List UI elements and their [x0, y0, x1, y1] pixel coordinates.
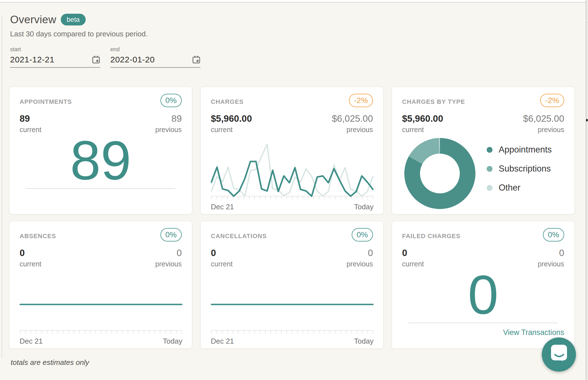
current-stat: 0 current — [211, 248, 233, 268]
previous-label: previous — [523, 126, 564, 134]
x-axis-end-label: Today — [354, 337, 374, 346]
previous-value: $6,025.00 — [523, 113, 564, 124]
legend-dot — [487, 166, 493, 172]
previous-label: previous — [155, 260, 182, 268]
big-total-value: 0 — [402, 272, 564, 318]
current-value: 0 — [402, 248, 424, 258]
end-date-value: 2022-01-20 — [110, 55, 155, 64]
end-date-field: end 2022-01-20 — [110, 46, 200, 68]
current-value: $5,960.00 — [402, 113, 443, 124]
current-label: current — [402, 126, 443, 134]
previous-value: 0 — [155, 248, 182, 258]
card-title: CHARGES BY TYPE — [402, 98, 465, 105]
previous-value: 0 — [347, 248, 373, 258]
x-axis-start-label: Dec 21 — [211, 337, 234, 346]
big-total-value: 89 — [20, 138, 182, 184]
page-title: Overview — [10, 13, 56, 26]
charges-line-chart — [211, 141, 374, 200]
page-subtitle: Last 30 days compared to previous period… — [10, 30, 148, 38]
card-absences: ABSENCES 0% 0 current 0 previous Dec 21 … — [9, 221, 192, 349]
current-stat: 0 current — [402, 248, 424, 268]
card-title: CHARGES — [211, 98, 244, 105]
stats-cards-grid: APPOINTMENTS 0% 89 current 89 previous 8… — [9, 87, 575, 349]
view-transactions-link[interactable]: View Transactions — [503, 328, 564, 337]
start-date-input[interactable]: 2021-12-21 — [10, 55, 100, 68]
charges-by-type-donut-chart — [404, 137, 476, 210]
card-title: ABSENCES — [20, 233, 56, 240]
calendar-icon[interactable] — [192, 55, 200, 64]
card-title: CANCELLATIONS — [211, 233, 267, 240]
x-axis-start-label: Dec 21 — [211, 203, 234, 211]
start-date-field: start 2021-12-21 — [10, 46, 100, 68]
intercom-chat-button[interactable] — [542, 337, 576, 372]
cancellations-line-chart — [211, 275, 374, 335]
previous-label: previous — [538, 260, 564, 268]
current-value: 89 — [20, 113, 41, 124]
card-cancellations: CANCELLATIONS 0% 0 current 0 previous De… — [200, 221, 383, 349]
start-date-label: start — [10, 46, 100, 53]
current-stat: 89 current — [20, 113, 41, 134]
previous-stat: $6,025.00 previous — [523, 113, 564, 134]
previous-value: 0 — [538, 248, 564, 258]
previous-stat: 0 previous — [155, 248, 182, 268]
legend-item-appointments: Appointments — [487, 145, 552, 155]
donut-legend: Appointments Subscriptions Other — [487, 145, 552, 193]
card-title: APPOINTMENTS — [20, 98, 72, 105]
end-date-label: end — [110, 46, 200, 53]
legend-item-subscriptions: Subscriptions — [487, 164, 552, 174]
x-axis-end-label: Today — [354, 203, 374, 211]
footer-note: totals are estimates only — [11, 358, 89, 367]
card-title: FAILED CHARGES — [402, 233, 460, 240]
top-border — [0, 0, 588, 3]
previous-label: previous — [332, 126, 373, 134]
change-badge: 0% — [543, 228, 564, 241]
legend-dot — [487, 185, 493, 191]
change-badge: -2% — [349, 94, 373, 107]
previous-stat: 89 previous — [155, 113, 182, 134]
legend-dot — [487, 147, 493, 153]
previous-label: previous — [347, 260, 373, 268]
current-label: current — [20, 260, 41, 268]
card-appointments: APPOINTMENTS 0% 89 current 89 previous 8… — [9, 87, 192, 214]
card-failed-charges: FAILED CHARGES 0% 0 current 0 previous 0… — [392, 221, 575, 349]
card-charges: CHARGES -2% $5,960.00 current $6,025.00 … — [200, 87, 383, 214]
current-stat: 0 current — [20, 248, 41, 268]
change-badge: 0% — [160, 94, 182, 107]
x-axis-start-label: Dec 21 — [20, 337, 43, 346]
previous-stat: $6,025.00 previous — [332, 113, 373, 134]
current-value: 0 — [20, 248, 41, 258]
current-label: current — [402, 260, 424, 268]
start-date-value: 2021-12-21 — [10, 55, 54, 64]
calendar-icon[interactable] — [92, 55, 100, 64]
page-header: Overview beta Last 30 days compared to p… — [10, 13, 148, 38]
previous-value: $6,025.00 — [332, 113, 373, 124]
previous-stat: 0 previous — [347, 248, 373, 268]
previous-label: previous — [155, 126, 182, 134]
x-axis-end-label: Today — [163, 337, 182, 346]
current-stat: $5,960.00 current — [402, 113, 443, 134]
change-badge: -2% — [540, 94, 564, 107]
current-label: current — [20, 126, 41, 134]
previous-stat: 0 previous — [538, 248, 564, 268]
current-value: $5,960.00 — [211, 113, 252, 124]
scrollbar-marker — [586, 119, 588, 121]
scrollbar[interactable] — [586, 0, 588, 380]
current-label: current — [211, 126, 252, 134]
current-label: current — [211, 260, 233, 268]
beta-badge: beta — [61, 14, 86, 25]
change-badge: 0% — [352, 228, 373, 241]
absences-line-chart — [20, 275, 182, 335]
legend-item-other: Other — [487, 183, 552, 193]
change-badge: 0% — [160, 228, 182, 241]
card-charges-by-type: CHARGES BY TYPE -2% $5,960.00 current $6… — [392, 87, 575, 214]
date-range: start 2021-12-21 end 2022-01-20 — [10, 46, 200, 68]
overview-page: Overview beta Last 30 days compared to p… — [0, 0, 588, 380]
end-date-input[interactable]: 2022-01-20 — [110, 55, 200, 68]
current-stat: $5,960.00 current — [211, 113, 252, 134]
smile-icon — [554, 354, 564, 358]
previous-value: 89 — [155, 113, 182, 124]
current-value: 0 — [211, 248, 233, 258]
left-border-line — [2, 15, 2, 358]
